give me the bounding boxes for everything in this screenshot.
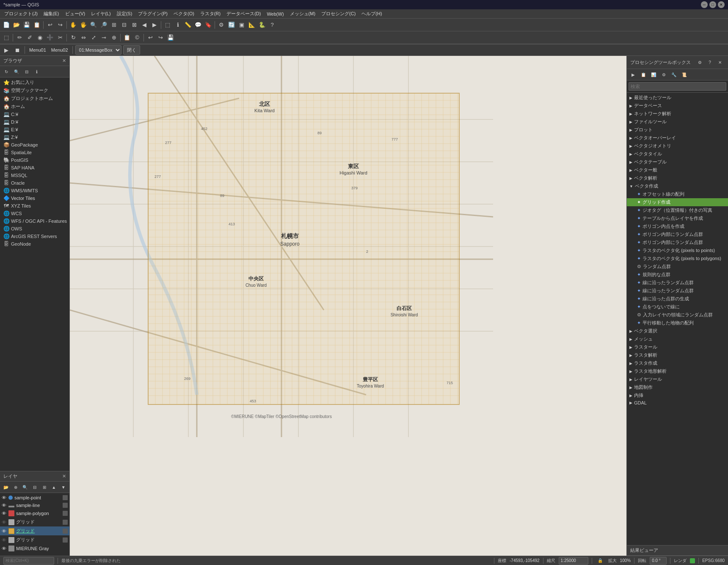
coord-btn[interactable]: 📐 bbox=[247, 20, 256, 30]
layer-mierune[interactable]: 👁 MIERUNE Gray bbox=[0, 544, 69, 553]
proc-section-vgeom-header[interactable]: ▶ ベクタジオメトリ bbox=[627, 142, 728, 150]
layer-visibility-eye[interactable]: 👁 bbox=[2, 537, 7, 543]
proc-section-rastertool-header[interactable]: ▶ ラスタール bbox=[627, 343, 728, 351]
proc-models-btn[interactable]: 🔧 bbox=[669, 70, 678, 79]
layer-visibility-eye[interactable]: 👁 bbox=[2, 511, 7, 516]
proc-section-layertools[interactable]: ▶ レイヤツール bbox=[627, 375, 728, 383]
browser-item-saphana[interactable]: 🗄SAP HANA bbox=[0, 164, 69, 172]
proc-section-rasterterrain[interactable]: ▶ ラスタ地形解析 bbox=[627, 367, 728, 375]
select-btn[interactable]: ⬚ bbox=[163, 20, 172, 30]
browser-item-z[interactable]: 💻Z:¥ bbox=[0, 133, 69, 141]
layers-expand-btn[interactable]: ⊞ bbox=[40, 482, 49, 492]
offset-btn[interactable]: ⤢ bbox=[89, 33, 98, 42]
merge-btn[interactable]: ⊕ bbox=[109, 33, 119, 42]
layer-grid3[interactable]: 👁 グリッド bbox=[0, 535, 69, 544]
proc-help-btn[interactable]: ? bbox=[705, 58, 714, 67]
proc-results-btn[interactable]: 📊 bbox=[649, 70, 658, 79]
pan-btn[interactable]: ✋ bbox=[69, 20, 78, 30]
save2-btn[interactable]: 💾 bbox=[166, 33, 175, 42]
menu-plugins[interactable]: プラグイン(P) bbox=[135, 10, 170, 18]
proc-section-mesh-header[interactable]: ▶ メッシュ bbox=[627, 335, 728, 343]
proc-close-btn[interactable]: ✕ bbox=[715, 58, 725, 67]
paste-btn[interactable]: 📋 bbox=[122, 33, 132, 42]
proc-section-vtable[interactable]: ▶ ベクタテーブル bbox=[627, 158, 728, 166]
proc-item-random-along2[interactable]: ✦ 線に沿ったランダム点群 bbox=[627, 287, 728, 295]
proc-item-polygon-centroid[interactable]: ✦ ポリゴン内点を作成 bbox=[627, 222, 728, 230]
edit-btn[interactable]: ✏ bbox=[15, 33, 24, 42]
zoom-out-btn[interactable]: 🔎 bbox=[99, 20, 108, 30]
menu-database[interactable]: データベース(D) bbox=[224, 10, 263, 18]
map-area[interactable]: 北区 Kita Ward 東区 Higashi Ward 札幌市 Sapporo… bbox=[70, 56, 626, 556]
proc-section-interpolation[interactable]: ▶ 内挿 bbox=[627, 391, 728, 399]
pan-map-btn[interactable]: 🖐 bbox=[79, 20, 88, 30]
proc-section-vtile-header[interactable]: ▶ ベクタタイル bbox=[627, 150, 728, 158]
node-btn[interactable]: ◉ bbox=[35, 33, 44, 42]
proc-item-random-extent[interactable]: ⚙ 入力レイヤの領域にランダム点群 bbox=[627, 311, 728, 319]
proc-item-grid[interactable]: ✦ グリッド作成 bbox=[627, 198, 728, 206]
layer-sample-point[interactable]: 👁 sample-point bbox=[0, 494, 69, 501]
browser-close-icon[interactable]: ✕ bbox=[62, 58, 66, 64]
redo-btn[interactable]: ↪ bbox=[55, 20, 65, 30]
layer-visibility-eye[interactable]: 👁 bbox=[2, 495, 7, 500]
split-btn[interactable]: ⊸ bbox=[99, 33, 108, 42]
menu-layer[interactable]: レイヤ(L) bbox=[88, 10, 113, 18]
delete-feature-btn[interactable]: ✂ bbox=[55, 33, 65, 42]
proc-section-mapmaking-header[interactable]: ▶ 地図制作 bbox=[627, 383, 728, 391]
proc-section-plot[interactable]: ▶ プロット bbox=[627, 126, 728, 134]
browser-item-favorites[interactable]: ⭐お気に入り bbox=[0, 78, 69, 86]
menu-help[interactable]: ヘルプ(H) bbox=[359, 10, 384, 18]
proc-item-random-along1[interactable]: ✦ 線に沿ったランダム点群 bbox=[627, 279, 728, 287]
refresh-btn[interactable]: 🔄 bbox=[227, 20, 236, 30]
layers-add-btn[interactable]: ⊕ bbox=[11, 482, 20, 492]
identify-btn[interactable]: ℹ bbox=[173, 20, 182, 30]
browser-item-arcgis[interactable]: 🌐ArcGIS REST Servers bbox=[0, 233, 69, 240]
proc-item-offset[interactable]: ✦ オフセット線の配列 bbox=[627, 190, 728, 198]
layer-visibility-eye[interactable]: 👁 bbox=[2, 503, 7, 508]
browser-item-wfs[interactable]: 🌐WFS / OGC API - Features bbox=[0, 217, 69, 225]
browser-item-bookmarks[interactable]: 📚空間ブックマーク bbox=[0, 86, 69, 94]
new-project-btn[interactable]: 📄 bbox=[2, 20, 11, 30]
help-btn[interactable]: ? bbox=[267, 20, 277, 30]
scale-btn[interactable]: ⇔ bbox=[79, 33, 88, 42]
proc-item-regular-points[interactable]: ✦ 規則的な点群 bbox=[627, 271, 728, 279]
proc-section-plot-header[interactable]: ▶ プロット bbox=[627, 126, 728, 134]
layer-props-btn4[interactable] bbox=[63, 520, 68, 525]
menu-settings[interactable]: 設定(S) bbox=[114, 10, 135, 18]
close-button[interactable]: ✕ bbox=[718, 1, 725, 8]
proc-item-random-points[interactable]: ⚙ ランダム点群 bbox=[627, 263, 728, 271]
browser-item-ows[interactable]: 🌐OWS bbox=[0, 225, 69, 233]
proc-item-points-along-line[interactable]: ✦ 線に沿った点群の生成 bbox=[627, 295, 728, 303]
menu-vector[interactable]: ベクタ(O) bbox=[171, 10, 197, 18]
layer-visibility-eye[interactable]: 👁 bbox=[2, 520, 7, 525]
browser-item-projecthome[interactable]: 🏠プロジェクトホーム bbox=[0, 94, 69, 102]
maximize-button[interactable]: □ bbox=[709, 1, 716, 8]
proc-section-rastercreate[interactable]: ▶ ラスタ作成 bbox=[627, 359, 728, 367]
proc-section-rasteranalysis-header[interactable]: ▶ ラスタ解析 bbox=[627, 351, 728, 359]
proc-section-rastertool[interactable]: ▶ ラスタール bbox=[627, 343, 728, 351]
layer-grid2[interactable]: 👁 グリッド bbox=[0, 526, 69, 535]
menu-view[interactable]: ビュー(V) bbox=[63, 10, 88, 18]
statusbar-rotation-input[interactable] bbox=[650, 557, 667, 565]
proc-section-vcreate[interactable]: ▼ ベクタ作成 ✦ オフセット線の配列 ✦ グリッド作成 ✦ ジオタグ（位置情報… bbox=[627, 182, 728, 327]
proc-item-table-to-point[interactable]: ✦ テーブルから点レイヤを作成 bbox=[627, 214, 728, 222]
browser-item-wcs[interactable]: 🌐WCS bbox=[0, 210, 69, 217]
layers-move-up-btn[interactable]: ▲ bbox=[50, 482, 58, 492]
proc-section-layertools-header[interactable]: ▶ レイヤツール bbox=[627, 375, 728, 383]
rotate-btn[interactable]: ↻ bbox=[69, 33, 78, 42]
undo-btn[interactable]: ↩ bbox=[45, 20, 55, 30]
menu-mesh[interactable]: メッシュ(M) bbox=[287, 10, 318, 18]
add-feature-btn[interactable]: ➕ bbox=[45, 33, 55, 42]
proc-section-vgeneral-header[interactable]: ▶ ベクター般 bbox=[627, 166, 728, 174]
zoom-prev-btn[interactable]: ◀ bbox=[140, 20, 149, 30]
proc-section-network-header[interactable]: ▶ ネットワーク解析 bbox=[627, 110, 728, 118]
proc-section-vselect[interactable]: ▶ ベクタ選択 bbox=[627, 327, 728, 335]
processing-btn[interactable]: ⚙ bbox=[217, 20, 226, 30]
proc-section-vcreate-header[interactable]: ▼ ベクタ作成 bbox=[627, 182, 728, 190]
browser-item-postgis[interactable]: 🐘PostGIS bbox=[0, 156, 69, 164]
layer-sample-line[interactable]: 👁 sample-line bbox=[0, 501, 69, 509]
map-tips-btn[interactable]: 💬 bbox=[193, 20, 203, 30]
layer-props-btn6[interactable] bbox=[63, 537, 68, 543]
select-location-btn[interactable]: ⬚ bbox=[2, 33, 11, 42]
copy-btn[interactable]: © bbox=[132, 33, 142, 42]
script-open-btn[interactable]: 閉く bbox=[123, 45, 140, 55]
